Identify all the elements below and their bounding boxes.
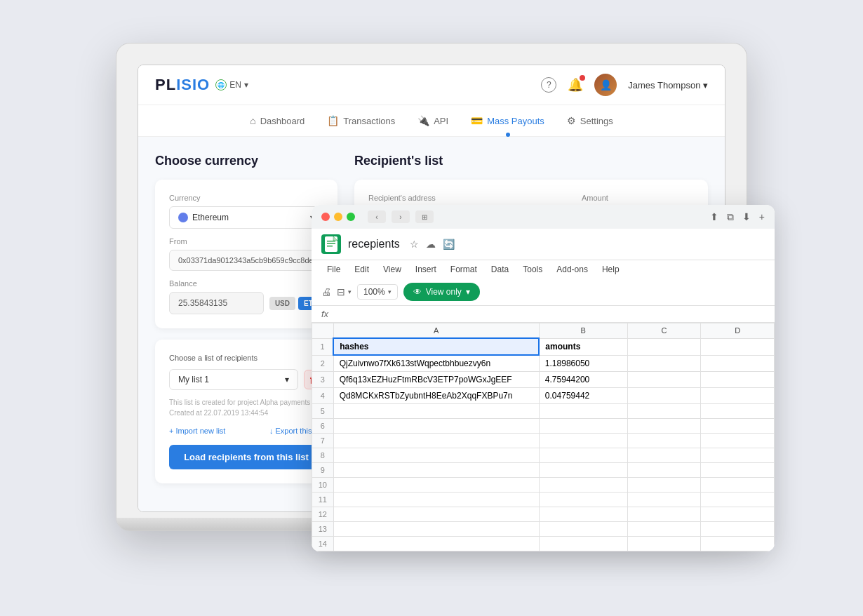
cell-7-b[interactable] (539, 434, 627, 448)
table-row[interactable]: 12 (312, 507, 775, 522)
cell-5-a[interactable] (333, 404, 539, 419)
cell-4-d[interactable] (701, 388, 775, 404)
nav-item-mass-payouts[interactable]: 💳 Mass Payouts (471, 112, 544, 129)
cell-1-c[interactable] (627, 338, 701, 355)
cell-14-c[interactable] (627, 537, 701, 551)
cell-13-c[interactable] (627, 522, 701, 537)
table-row[interactable]: 5 (312, 404, 775, 419)
cell-12-c[interactable] (627, 507, 701, 522)
col-header-b[interactable]: B (539, 323, 627, 339)
download-icon[interactable]: ⬇ (742, 211, 751, 223)
cell-3-c[interactable] (627, 372, 701, 388)
cell-2-a[interactable]: QjZuivnwo7fXk613stWqpectbhbuezvy6n (333, 355, 539, 372)
table-row[interactable]: 3Qf6q13xEZHuzFtmRBcV3ETP7poWGxJgEEF4.759… (312, 372, 775, 388)
table-row[interactable]: 11 (312, 493, 775, 507)
cell-2-c[interactable] (627, 355, 701, 372)
history-icon[interactable]: 🔄 (443, 239, 455, 250)
cell-3-a[interactable]: Qf6q13xEZHuzFtmRBcV3ETP7poWGxJgEEF (333, 372, 539, 388)
table-row[interactable]: 9 (312, 463, 775, 478)
nav-item-dashboard[interactable]: ⌂ Dashboard (250, 112, 305, 129)
table-row[interactable]: 10 (312, 478, 775, 493)
cell-10-c[interactable] (627, 478, 701, 493)
cell-6-d[interactable] (701, 419, 775, 434)
expand-icon[interactable]: + (759, 211, 765, 223)
load-recipients-btn[interactable]: Load recipients from this list (169, 445, 323, 469)
nav-item-api[interactable]: 🔌 API (417, 112, 448, 129)
cell-9-c[interactable] (627, 463, 701, 478)
cell-2-b[interactable]: 1.18986050 (539, 355, 627, 372)
table-row[interactable]: 8 (312, 448, 775, 463)
cell-11-a[interactable] (333, 493, 539, 507)
table-row[interactable]: 2QjZuivnwo7fXk613stWqpectbhbuezvy6n1.189… (312, 355, 775, 372)
filter-icon[interactable]: ⊟ (337, 286, 345, 297)
cell-7-a[interactable] (333, 434, 539, 448)
cell-8-a[interactable] (333, 448, 539, 463)
table-row[interactable]: 7 (312, 434, 775, 448)
menu-help[interactable]: Help (596, 262, 625, 277)
cell-7-c[interactable] (627, 434, 701, 448)
cell-9-d[interactable] (701, 463, 775, 478)
forward-btn[interactable]: › (392, 210, 410, 223)
cell-9-b[interactable] (539, 463, 627, 478)
table-row[interactable]: 4Qd8MCKxRSTbZyubntH8EeAb2XqqFXBPu7n0.047… (312, 388, 775, 404)
cell-10-d[interactable] (701, 478, 775, 493)
menu-add-ons[interactable]: Add-ons (551, 262, 594, 277)
cell-6-b[interactable] (539, 419, 627, 434)
bell-icon[interactable]: 🔔 (568, 77, 583, 93)
cell-14-d[interactable] (701, 537, 775, 551)
cell-4-b[interactable]: 0.04759442 (539, 388, 627, 404)
nav-item-settings[interactable]: ⚙ Settings (567, 112, 613, 129)
menu-data[interactable]: Data (486, 262, 514, 277)
cell-1-b[interactable]: amounts (539, 338, 627, 355)
col-header-a[interactable]: A (333, 323, 539, 339)
maximize-btn[interactable] (347, 213, 355, 221)
cell-14-a[interactable] (333, 537, 539, 551)
cell-1-d[interactable] (701, 338, 775, 355)
cell-13-b[interactable] (539, 522, 627, 537)
back-btn[interactable]: ‹ (368, 210, 386, 223)
cell-4-a[interactable]: Qd8MCKxRSTbZyubntH8EeAb2XqqFXBPu7n (333, 388, 539, 404)
grid-btn[interactable]: ⊞ (415, 210, 434, 223)
cell-5-b[interactable] (539, 404, 627, 419)
menu-edit[interactable]: Edit (349, 262, 375, 277)
menu-tools[interactable]: Tools (517, 262, 548, 277)
lang-selector[interactable]: 🌐 EN ▾ (215, 79, 248, 91)
cell-13-a[interactable] (333, 522, 539, 537)
col-header-c[interactable]: C (627, 323, 701, 339)
cell-11-b[interactable] (539, 493, 627, 507)
menu-view[interactable]: View (377, 262, 407, 277)
share-icon[interactable]: ⬆ (710, 211, 718, 223)
nav-item-transactions[interactable]: 📋 Transactions (327, 112, 395, 129)
menu-insert[interactable]: Insert (410, 262, 442, 277)
cell-2-d[interactable] (701, 355, 775, 372)
view-only-btn[interactable]: 👁 View only ▾ (403, 283, 480, 301)
cell-8-c[interactable] (627, 448, 701, 463)
cell-13-d[interactable] (701, 522, 775, 537)
cell-14-b[interactable] (539, 537, 627, 551)
table-row[interactable]: 1hashesamounts (312, 338, 775, 355)
cell-11-d[interactable] (701, 493, 775, 507)
cloud-icon[interactable]: ☁ (426, 239, 436, 250)
spreadsheet[interactable]: A B C D 1hashesamounts2QjZuivnwo7fXk613s… (312, 323, 775, 551)
table-row[interactable]: 14 (312, 537, 775, 551)
import-link[interactable]: + Import new list (169, 427, 225, 435)
cell-4-c[interactable] (627, 388, 701, 404)
zoom-selector[interactable]: 100% ▾ (357, 284, 398, 300)
cell-10-b[interactable] (539, 478, 627, 493)
cell-6-c[interactable] (627, 419, 701, 434)
cell-5-c[interactable] (627, 404, 701, 419)
menu-file[interactable]: File (321, 262, 346, 277)
cell-3-d[interactable] (701, 372, 775, 388)
col-header-d[interactable]: D (701, 323, 775, 339)
minimize-btn[interactable] (334, 213, 342, 221)
cell-8-b[interactable] (539, 448, 627, 463)
help-icon[interactable]: ? (541, 77, 556, 93)
cell-7-d[interactable] (701, 434, 775, 448)
list-select[interactable]: My list 1 ▾ (169, 369, 298, 390)
cell-11-c[interactable] (627, 493, 701, 507)
menu-format[interactable]: Format (445, 262, 483, 277)
user-name[interactable]: James Thompson ▾ (628, 80, 708, 91)
print-icon[interactable]: 🖨 (321, 286, 331, 297)
cell-6-a[interactable] (333, 419, 539, 434)
copy-icon[interactable]: ⧉ (727, 211, 734, 223)
